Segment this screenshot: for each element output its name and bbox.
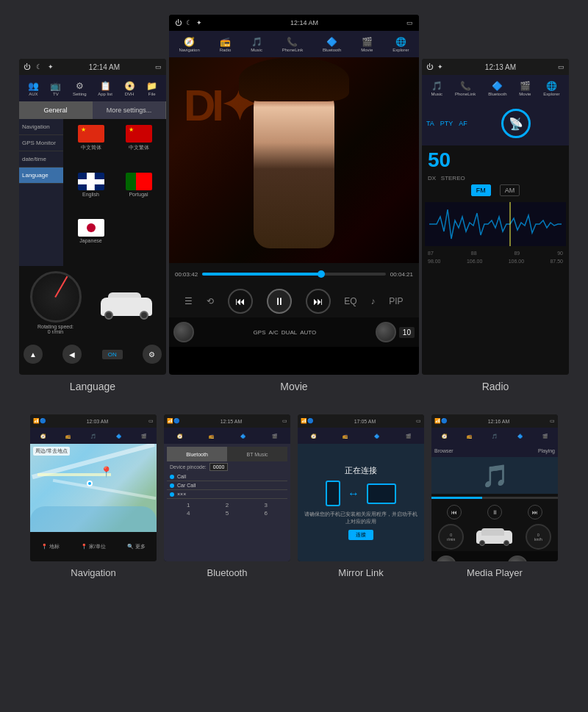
knob-right-center[interactable] (376, 322, 396, 342)
media-progress-bar[interactable] (431, 497, 558, 499)
pip-icon[interactable]: PIP (389, 296, 403, 306)
flag-japanese[interactable]: Japanese (69, 219, 112, 260)
bt-nav1[interactable]: 🧭 (177, 434, 182, 439)
media-nav2[interactable]: 📻 (467, 434, 472, 439)
progress-thumb[interactable] (318, 270, 325, 278)
flag-cn-simp[interactable]: 中文简体 (69, 125, 112, 168)
nav-movie[interactable]: 🎬 Movie (361, 37, 373, 52)
am-band-btn[interactable]: AM (500, 184, 520, 196)
auto-icon: AUTO (300, 329, 316, 336)
knob-left-center[interactable] (173, 322, 194, 342)
bt-num4[interactable]: 4 (170, 510, 207, 517)
mirror-nav2[interactable]: 📻 (343, 434, 348, 439)
media-nav4[interactable]: 🔷 (517, 434, 523, 439)
menu-navigation[interactable]: Navigation (19, 119, 63, 135)
ta-label[interactable]: TA (426, 120, 434, 127)
nav-radio[interactable]: 📻 Radio (220, 37, 232, 52)
bt-tab-bluetooth[interactable]: Bluetooth (167, 447, 227, 461)
tab-general[interactable]: General (19, 101, 93, 119)
nav-explorer[interactable]: 🌐 Explorer (392, 37, 409, 52)
bt-nav4[interactable]: 🎬 (272, 434, 277, 439)
flag-english[interactable]: English (69, 173, 112, 214)
nav-music-right[interactable]: 🎵 Music (431, 81, 442, 96)
ctrl-left-btn2[interactable]: ◀ (62, 345, 82, 364)
media-caption: Media Player (467, 567, 523, 578)
ctrl-left-btn3[interactable]: ⚙ (143, 345, 162, 364)
menu-gps[interactable]: GPS Monitor (19, 135, 63, 151)
media-tab-browser[interactable]: Browser (434, 448, 453, 453)
nav-tv[interactable]: 📺 TV (50, 81, 61, 96)
next-button[interactable]: ⏭ (306, 289, 331, 314)
bt-item-other[interactable]: ××× (167, 490, 287, 499)
bt-nav2[interactable]: 📻 (209, 434, 214, 439)
nav-file[interactable]: 📁 File (146, 81, 157, 96)
nav-bluetooth[interactable]: 🔷 Bluetooth (323, 37, 341, 52)
nav-applist[interactable]: 📋 App list (98, 81, 112, 96)
media-nav3[interactable]: 🎵 (492, 434, 497, 439)
bt-num5[interactable]: 5 (209, 510, 246, 517)
progress-track[interactable] (202, 273, 386, 276)
play-pause-button[interactable]: ⏸ (267, 289, 292, 314)
flag-portugal[interactable]: Portugal (117, 173, 160, 214)
nav-radio-icon[interactable]: 📻 (65, 434, 71, 439)
media-prev-btn[interactable]: ⏮ (447, 505, 462, 519)
nav-bt-icon[interactable]: 🔷 (116, 434, 121, 439)
fm-band-btn[interactable]: FM (471, 184, 491, 196)
nav-nav-icon[interactable]: 🧭 (40, 434, 46, 439)
flag-icon-jp (78, 219, 104, 237)
bt-num6[interactable]: 6 (247, 510, 284, 517)
bt-num2[interactable]: 2 (209, 502, 246, 508)
nav-phonelink-right[interactable]: 📞 PhoneLink (455, 81, 476, 96)
media-play-btn[interactable]: ⏸ (487, 505, 502, 519)
bt-tab-music[interactable]: BT Music (227, 447, 287, 461)
bt-num1[interactable]: 1 (170, 502, 207, 508)
ctrl-left-btn1[interactable]: ▲ (24, 345, 43, 364)
bt-item-call[interactable]: Call (167, 472, 287, 481)
menu-language[interactable]: Language (19, 168, 63, 184)
power-icon-center: ⏻ (175, 19, 182, 26)
nav-phonelink[interactable]: 📞 PhoneLink (282, 37, 303, 52)
nav-dvh[interactable]: 📀 DVH (124, 81, 135, 96)
repeat-icon[interactable]: ⟲ (207, 296, 214, 306)
radio-header: ⏻ ✦ 12:13 AM ▭ (422, 59, 569, 75)
media-tab-playing[interactable]: Playing (538, 448, 555, 453)
on-btn-left[interactable]: ON (102, 350, 123, 359)
nav-explorer-right[interactable]: 🌐 Explorer (543, 81, 559, 96)
menu-datetime[interactable]: date/time (19, 151, 63, 168)
nav-bluetooth-right[interactable]: 🔷 Bluetooth (488, 81, 506, 96)
nav-navigation[interactable]: 🧭 Navigation (179, 37, 199, 52)
nav-music-icon[interactable]: 🎵 (90, 434, 96, 439)
mirror-nav1[interactable]: 🧭 (311, 434, 316, 439)
pty-label[interactable]: PTY (440, 120, 453, 127)
tab-more[interactable]: More settings... (93, 101, 166, 119)
mirror-nav3[interactable]: 🔷 (374, 434, 379, 439)
nav-movie-right[interactable]: 🎬 Movie (519, 81, 531, 96)
mirror-nav4[interactable]: 🎬 (406, 434, 411, 439)
radio-freq-scale2: 98.00106.00106.0087.50 (422, 257, 569, 265)
nav-setting[interactable]: ⚙ Setting (73, 81, 87, 96)
af-label[interactable]: AF (459, 120, 467, 127)
bt-item-carcall[interactable]: Car Call (167, 481, 287, 490)
nav-music[interactable]: 🎵 Music (251, 37, 262, 52)
eq-icon[interactable]: EQ (344, 296, 356, 306)
battery-icon-center: ▭ (406, 19, 413, 26)
media-speedo2: 0km/h (526, 524, 551, 550)
bt-nav3[interactable]: 🔷 (240, 434, 245, 439)
flag-cn-trad[interactable]: 中文繁体 (117, 125, 160, 168)
media-nav5[interactable]: 🎬 (542, 434, 548, 439)
nav-movie-icon[interactable]: 🎬 (141, 434, 146, 439)
media-knob-left[interactable] (436, 555, 456, 561)
movie-card: ⏻ ☾ ✦ 12:14 AM ▭ 🧭 Navigation 📻 Radio (166, 15, 422, 392)
mirror-connect-button[interactable]: 连接 (348, 530, 373, 540)
bt-num3[interactable]: 3 (247, 502, 284, 508)
media-knob-right[interactable] (507, 555, 528, 561)
playlist-icon[interactable]: ☰ (184, 296, 193, 306)
prev-button[interactable]: ⏮ (228, 289, 253, 314)
nav-poi3[interactable]: 🔍 更多 (127, 543, 146, 550)
media-next-btn[interactable]: ⏭ (528, 505, 542, 519)
nav-poi2[interactable]: 📍 家/单位 (81, 543, 106, 550)
nav-aux[interactable]: 👥 AUX (28, 81, 39, 96)
media-nav1[interactable]: 🧭 (442, 434, 447, 439)
nav-poi1[interactable]: 📍 地标 (41, 543, 60, 550)
audio-icon[interactable]: ♪ (370, 296, 375, 306)
